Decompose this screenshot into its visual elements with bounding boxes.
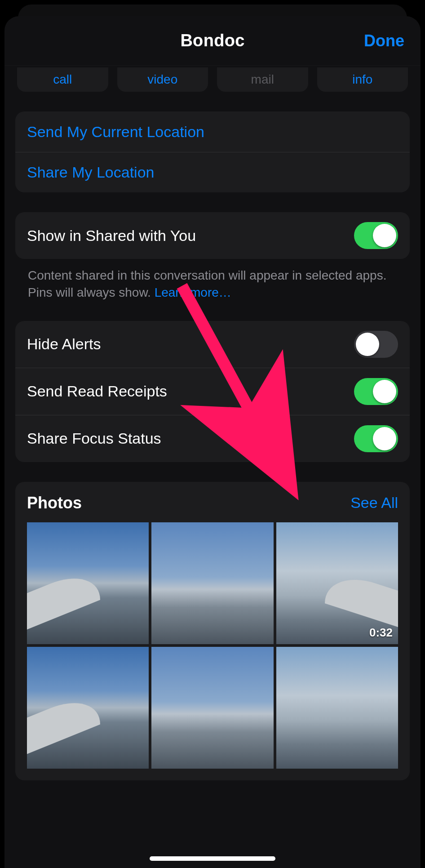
photo-thumb[interactable] — [27, 647, 149, 769]
photo-content — [325, 567, 398, 631]
call-button[interactable]: call — [17, 67, 108, 92]
photo-thumb[interactable] — [276, 647, 398, 769]
sheet-header: Bondoc Done — [4, 16, 421, 66]
done-button[interactable]: Done — [364, 16, 404, 65]
content-area: call video mail info Send My Current Loc… — [4, 66, 421, 798]
photos-group: Photos See All 0:32 — [15, 482, 410, 781]
photos-grid: 0:32 — [27, 522, 398, 769]
share-my-location-label: Share My Location — [27, 164, 155, 181]
send-current-location-row[interactable]: Send My Current Location — [15, 111, 410, 152]
send-read-receipts-label: Send Read Receipts — [27, 383, 167, 400]
toggle-knob — [373, 380, 396, 403]
toggle-knob — [356, 333, 379, 356]
mail-button[interactable]: mail — [217, 67, 308, 92]
shared-with-you-group: Show in Shared with You — [15, 212, 410, 259]
shared-with-you-footer: Content shared in this conversation will… — [15, 259, 410, 301]
share-focus-status-label: Share Focus Status — [27, 430, 161, 447]
photos-header: Photos See All — [27, 494, 398, 512]
photo-thumb[interactable] — [151, 647, 273, 769]
send-read-receipts-row: Send Read Receipts — [15, 368, 410, 415]
photo-content — [27, 563, 100, 634]
conversation-settings-group: Hide Alerts Send Read Receipts Share Foc… — [15, 321, 410, 462]
hide-alerts-toggle[interactable] — [354, 331, 398, 358]
see-all-button[interactable]: See All — [350, 494, 398, 512]
photo-thumb[interactable] — [27, 522, 149, 644]
toggle-knob — [373, 427, 396, 450]
quick-actions-row: call video mail info — [15, 66, 410, 92]
home-indicator[interactable] — [150, 856, 275, 861]
photos-title: Photos — [27, 494, 82, 512]
contact-detail-sheet: Bondoc Done call video mail info Send My… — [4, 16, 421, 868]
learn-more-link[interactable]: Learn more… — [155, 285, 231, 299]
contact-name-title: Bondoc — [180, 31, 244, 50]
send-read-receipts-toggle[interactable] — [354, 378, 398, 405]
shared-with-you-row: Show in Shared with You — [15, 212, 410, 259]
info-button[interactable]: info — [317, 67, 408, 92]
shared-with-you-toggle[interactable] — [354, 222, 398, 249]
send-current-location-label: Send My Current Location — [27, 123, 204, 141]
share-my-location-row[interactable]: Share My Location — [15, 152, 410, 192]
photo-thumb[interactable]: 0:32 — [276, 522, 398, 644]
video-button[interactable]: video — [117, 67, 208, 92]
photo-content — [27, 688, 100, 759]
hide-alerts-label: Hide Alerts — [27, 335, 101, 353]
hide-alerts-row: Hide Alerts — [15, 321, 410, 368]
location-group: Send My Current Location Share My Locati… — [15, 111, 410, 192]
share-focus-status-row: Share Focus Status — [15, 415, 410, 462]
toggle-knob — [373, 224, 396, 247]
share-focus-status-toggle[interactable] — [354, 425, 398, 452]
shared-with-you-label: Show in Shared with You — [27, 227, 196, 245]
video-duration-badge: 0:32 — [369, 626, 393, 640]
photo-thumb[interactable] — [151, 522, 273, 644]
